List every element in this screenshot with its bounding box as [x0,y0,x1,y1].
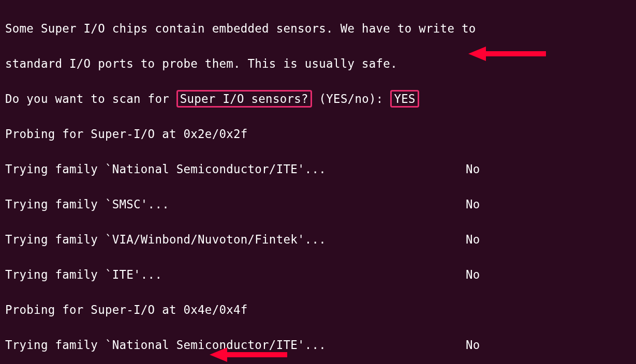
terminal-output: Some Super I/O chips contain embedded se… [0,0,636,364]
highlight-answer-yes[interactable]: YES [390,90,419,108]
text: Some Super I/O chips contain embedded se… [5,22,476,35]
text: Trying family `SMSC'... [5,198,169,211]
text: Trying family `National Semiconductor/IT… [5,338,326,352]
result-row: Trying family `National Semiconductor/IT… [5,336,631,354]
result-value: No [466,195,480,213]
text: Probing for Super-I/O at 0x4e/0x4f [5,303,248,316]
text-line: Probing for Super-I/O at 0x2e/0x2f [5,125,631,143]
result-row: Trying family `VIA/Winbond/Nuvoton/Finte… [5,231,631,248]
text-line: Some Super I/O chips contain embedded se… [5,20,631,37]
result-value: No [466,266,480,283]
text: Trying family `National Semiconductor/IT… [5,162,326,176]
text: Do you want to scan for [5,92,176,105]
text: Probing for Super-I/O at 0x2e/0x2f [5,127,248,141]
result-value: No [466,336,480,354]
result-row: Trying family `ITE'...No [5,266,631,283]
text: standard I/O ports to probe them. This i… [5,57,397,70]
text-line: Probing for Super-I/O at 0x4e/0x4f [5,301,631,318]
text-line: standard I/O ports to probe them. This i… [5,55,631,72]
highlight-superio-question: Super I/O sensors? [176,90,312,108]
text: Trying family `VIA/Winbond/Nuvoton/Finte… [5,233,326,246]
result-value: No [466,231,480,248]
result-row: Trying family `National Semiconductor/IT… [5,160,631,178]
prompt-line-superio: Do you want to scan for Super I/O sensor… [5,90,631,108]
text: (YES/no): [312,92,391,105]
result-value: No [466,160,480,178]
result-row: Trying family `SMSC'...No [5,195,631,213]
text: Trying family `ITE'... [5,268,162,281]
